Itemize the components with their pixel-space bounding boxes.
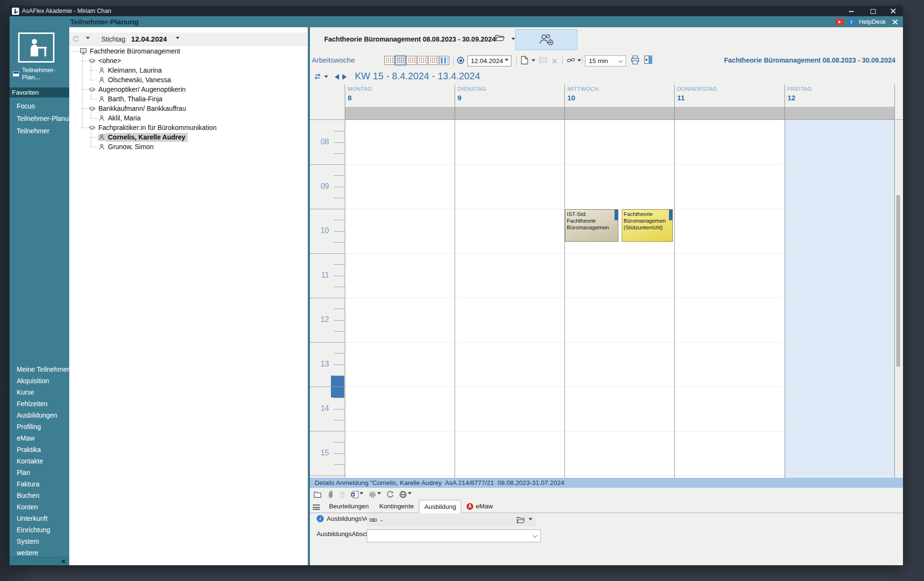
- day-column-donnerstag[interactable]: [674, 120, 785, 478]
- tools-icon[interactable]: [369, 491, 381, 498]
- day-column-montag[interactable]: [345, 120, 455, 478]
- view-day-icon[interactable]: [384, 56, 394, 65]
- video-help-icon[interactable]: [836, 19, 844, 25]
- tab-ausbildung[interactable]: Ausbildung: [419, 500, 461, 513]
- day-column-mittwoch[interactable]: [564, 120, 674, 478]
- allday-band[interactable]: [345, 107, 894, 119]
- refresh-icon[interactable]: [73, 36, 79, 43]
- tree-item-fachtheorie-büromanagement[interactable]: Fachtheorie Büromanagement: [69, 46, 308, 56]
- sidebar-item-teilnehmer[interactable]: Teilnehmer: [10, 125, 69, 137]
- word-dropdown-icon[interactable]: [360, 492, 363, 496]
- refresh-dropdown-icon[interactable]: [86, 37, 90, 41]
- tree-item-aklil-maria[interactable]: Aklil, Maria: [69, 113, 308, 123]
- ausbildungsvertrag-field[interactable]: -: [367, 514, 536, 526]
- attachment-icon[interactable]: [328, 490, 334, 498]
- delete-appointment-icon[interactable]: [552, 58, 558, 64]
- previous-week-icon[interactable]: [332, 74, 339, 80]
- swap-dropdown-icon[interactable]: [324, 75, 328, 80]
- event-ist-std-fachtheorie-büromanagemen[interactable]: IST-Std: Fachtheorie Büromanagemen: [565, 209, 618, 242]
- view-month-icon[interactable]: [417, 56, 427, 65]
- link-icon[interactable]: [567, 57, 575, 64]
- word-export-icon[interactable]: [350, 491, 363, 498]
- open-program-icon[interactable]: [495, 34, 505, 42]
- tree-item-bankkaufmann-bankkauffrau[interactable]: Bankkaufmann/ Bankkauffrau: [69, 104, 308, 113]
- sidebar-item-unterkunft[interactable]: Unterkunft: [10, 513, 69, 524]
- scrollbar-thumb[interactable]: [896, 195, 900, 367]
- sidebar-item-kurse[interactable]: Kurse: [10, 387, 69, 398]
- view-workweek-icon[interactable]: [395, 56, 405, 65]
- program-dropdown-icon[interactable]: [511, 38, 515, 42]
- web-dropdown-icon[interactable]: [408, 492, 412, 496]
- sidebar-item-teilnehmer-planung[interactable]: Teilnehmer-Planung: [10, 112, 69, 125]
- web-icon[interactable]: [399, 491, 412, 498]
- new-appointment-icon[interactable]: [521, 56, 528, 65]
- vertrag-open-icon[interactable]: [517, 517, 525, 523]
- day-header-mittwoch[interactable]: MITTWOCH10: [564, 85, 674, 107]
- view-timeline-icon[interactable]: [428, 56, 438, 65]
- tab-kontingente[interactable]: Kontingente: [374, 500, 419, 513]
- calendar-scrollbar[interactable]: [894, 120, 903, 478]
- day-header-dienstag[interactable]: DIENSTAG9: [455, 85, 564, 107]
- sidebar-item-ausbildungen[interactable]: Ausbildungen: [10, 409, 69, 421]
- sidebar-item-kontakte[interactable]: Kontakte: [10, 455, 69, 467]
- close-panel-icon[interactable]: [892, 19, 898, 25]
- close-button[interactable]: [890, 8, 896, 14]
- tab-beurteilungen[interactable]: Beurteilungen: [324, 500, 374, 513]
- sidebar-item-emaw[interactable]: eMaw: [10, 432, 69, 444]
- open-appointment-icon[interactable]: [539, 57, 548, 63]
- sidebar-item-faktura[interactable]: Faktura: [10, 478, 69, 490]
- swap-view-icon[interactable]: [314, 73, 321, 80]
- info-icon[interactable]: [848, 19, 855, 25]
- sidebar-item-focus[interactable]: Focus: [10, 100, 69, 112]
- sidebar-item-einrichtung[interactable]: Einrichtung: [10, 524, 69, 536]
- link-dropdown-icon[interactable]: [577, 59, 581, 64]
- vertrag-dropdown-icon[interactable]: [529, 518, 532, 522]
- date-dropdown-icon[interactable]: [505, 59, 509, 63]
- interval-select[interactable]: 15 min: [585, 55, 626, 66]
- tab-emaw[interactable]: eMaw: [461, 500, 498, 513]
- program-link[interactable]: Fachtheorie Büromanagement 08.08.2023 - …: [724, 56, 895, 64]
- sidebar-item-meine-teilnehmer[interactable]: Meine Teilnehmer: [10, 364, 69, 375]
- tree-item-olschewski-vanessa[interactable]: Olschewski, Vanessa: [69, 75, 308, 85]
- sidebar-item-teilnehmer-plan[interactable]: Teilnehmer-Plan...: [10, 68, 69, 79]
- event-fachtheorie-büromanagemen-stützunterricht[interactable]: Fachtheorie Büromanagemen (Stützunterric…: [622, 209, 673, 242]
- refresh-details-icon[interactable]: [386, 491, 394, 498]
- tree-item-grunow-simon[interactable]: Grunow, Simon: [69, 142, 308, 151]
- add-participants-button[interactable]: [515, 29, 577, 50]
- sidebar-item-konten[interactable]: Konten: [10, 501, 69, 513]
- view-week-icon[interactable]: [406, 56, 416, 65]
- tree-item-fachpraktiker-in-für-bürokommunikation[interactable]: Fachpraktiker:in für Bürokommunikation: [69, 123, 308, 132]
- open-record-icon[interactable]: [314, 491, 322, 498]
- sidebar-item-akquisition[interactable]: Akquisition: [10, 375, 69, 387]
- view-columns-icon[interactable]: [439, 56, 449, 65]
- stichtag-date[interactable]: 12.04.2024: [131, 35, 167, 43]
- helpdesk-label[interactable]: HelpDesk: [859, 18, 886, 25]
- day-header-montag[interactable]: MONTAG8: [345, 85, 455, 107]
- tree-item-barth-thalia-finja[interactable]: Barth, Thalia-Finja: [69, 94, 308, 104]
- sidebar-item-praktika[interactable]: Praktika: [10, 444, 69, 455]
- day-header-freitag[interactable]: FREITAG12: [785, 85, 894, 107]
- sidebar-item-system[interactable]: System: [10, 536, 69, 547]
- sidebar-item-buchen[interactable]: Buchen: [10, 490, 69, 501]
- tree-item-kleimann-laurina[interactable]: Kleimann, Laurina: [69, 65, 308, 75]
- print-icon[interactable]: [631, 55, 639, 65]
- tree-item-augenoptiker-augenoptikerin[interactable]: Augenoptiker/ Augenoptikerin: [69, 85, 308, 94]
- tree-item-cornelis-karelle-audrey[interactable]: Cornelis, Karelle Audrey: [69, 132, 308, 142]
- minimize-button[interactable]: [848, 8, 855, 14]
- maximize-button[interactable]: [869, 8, 876, 14]
- tools-dropdown-icon[interactable]: [377, 492, 381, 496]
- sidebar-close-icon[interactable]: [61, 559, 65, 564]
- sidebar-item-profiling[interactable]: Profiling: [10, 421, 69, 432]
- delete-icon[interactable]: [339, 491, 345, 498]
- tree-item-ohne[interactable]: <ohne>: [69, 56, 308, 65]
- day-column-dienstag[interactable]: [455, 120, 564, 478]
- next-week-icon[interactable]: [342, 74, 350, 80]
- calendar-date-input[interactable]: 12.04.2024: [467, 55, 511, 66]
- sidebar-item-plan[interactable]: Plan: [10, 467, 69, 478]
- today-radio-icon[interactable]: [457, 57, 464, 64]
- sidebar-item-fehlzeiten[interactable]: Fehlzeiten: [10, 398, 69, 409]
- side-panel-icon[interactable]: [644, 55, 652, 64]
- day-header-donnerstag[interactable]: DONNERSTAG11: [674, 85, 785, 107]
- stichtag-dropdown-icon[interactable]: [176, 37, 180, 41]
- day-column-freitag[interactable]: [785, 120, 894, 478]
